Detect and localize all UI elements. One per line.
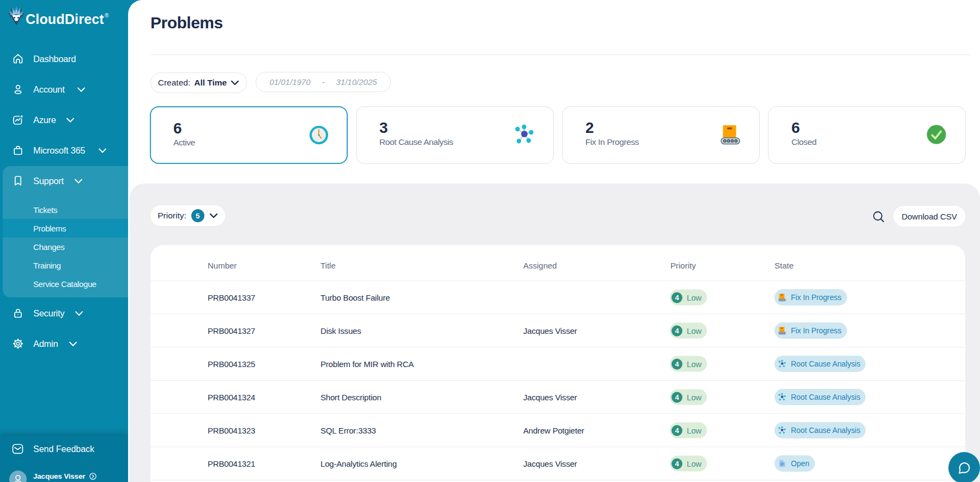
stat-card-active[interactable]: 6 Active bbox=[150, 106, 348, 164]
chevron-down-icon bbox=[98, 145, 107, 155]
created-filter-dropdown[interactable]: Created: All Time bbox=[150, 72, 247, 93]
table-header: Number Title Assigned Priority State bbox=[150, 245, 965, 280]
chevron-down-icon bbox=[77, 84, 86, 94]
brand-logo[interactable]: CloudDirect ® bbox=[8, 5, 108, 27]
cell-assigned: Jacques Visser bbox=[523, 447, 577, 480]
cell-number: PRB0041323 bbox=[208, 414, 255, 447]
sidebar-item-service-catalogue[interactable]: Service Catalogue bbox=[0, 274, 128, 293]
search-icon[interactable] bbox=[873, 211, 885, 223]
download-csv-label: Download CSV bbox=[902, 212, 957, 221]
sidebar-item-dashboard[interactable]: Dashboard bbox=[0, 48, 128, 70]
priority-badge: 4 Low bbox=[670, 423, 707, 438]
main-content: Problems Created: All Time 01/01/1970 - … bbox=[128, 0, 980, 482]
cell-title: Problem for MIR with RCA bbox=[320, 347, 414, 381]
table-row[interactable]: PRB0041324 Short Description Jacques Vis… bbox=[150, 380, 965, 413]
priority-level-badge: 4 bbox=[672, 292, 682, 303]
date-range-input[interactable]: 01/01/1970 - 31/10/2025 bbox=[256, 72, 391, 92]
state-badge: Root Cause Analysis bbox=[775, 389, 866, 405]
priority-badge: 4 Low bbox=[670, 456, 707, 472]
cell-title: SQL Error:3333 bbox=[320, 414, 376, 447]
priority-count-badge: 5 bbox=[191, 209, 204, 222]
cell-title: Short Description bbox=[320, 381, 382, 414]
stat-label: Active bbox=[173, 138, 195, 148]
chevron-right-circle-icon[interactable] bbox=[89, 472, 96, 479]
sidebar-item-label: Account bbox=[33, 84, 65, 95]
column-header-state[interactable]: State bbox=[775, 245, 794, 280]
bookmark-icon bbox=[13, 175, 23, 186]
user-icon bbox=[13, 84, 23, 95]
column-header-priority[interactable]: Priority bbox=[670, 245, 696, 280]
download-csv-button[interactable]: Download CSV bbox=[893, 206, 965, 227]
sidebar-item-azure[interactable]: Azure bbox=[0, 109, 128, 131]
priority-filter-label: Priority: bbox=[158, 211, 186, 221]
priority-label: Low bbox=[687, 293, 701, 302]
avatar[interactable] bbox=[9, 471, 27, 482]
lock-icon bbox=[13, 308, 23, 319]
sidebar-item-tickets[interactable]: Tickets bbox=[0, 200, 128, 219]
chat-button[interactable] bbox=[948, 452, 980, 482]
stat-label: Closed bbox=[791, 137, 816, 147]
stat-card-fix-in-progress[interactable]: 2 Fix In Progress bbox=[562, 106, 760, 164]
stat-value: 6 bbox=[173, 120, 182, 137]
cell-title: Turbo Boost Failure bbox=[320, 281, 390, 314]
sidebar-subitem-label: Problems bbox=[33, 224, 66, 233]
chevron-down-icon bbox=[209, 213, 218, 218]
table-row[interactable]: PRB0041321 Log-Analytics Alerting Jacque… bbox=[150, 447, 965, 480]
column-header-title[interactable]: Title bbox=[320, 245, 336, 280]
priority-level-badge: 4 bbox=[672, 358, 682, 369]
state-label: Root Cause Analysis bbox=[791, 393, 860, 401]
chevron-down-icon bbox=[74, 176, 83, 186]
chevron-down-icon bbox=[69, 339, 77, 349]
sidebar-item-account[interactable]: Account bbox=[0, 78, 128, 100]
sidebar-item-security[interactable]: Security bbox=[0, 302, 128, 324]
sidebar-item-problems[interactable]: Problems bbox=[0, 219, 128, 237]
cell-assigned: Jacques Visser bbox=[523, 381, 577, 414]
stat-cards: 6 Active 3 Root Cause Analysis bbox=[150, 106, 966, 164]
priority-label: Low bbox=[687, 359, 701, 369]
gear-icon bbox=[13, 338, 23, 349]
table-row[interactable]: PRB0041325 Problem for MIR with RCA 4 Lo… bbox=[150, 347, 965, 380]
cell-number: PRB0041337 bbox=[208, 281, 255, 314]
sidebar-subitem-label: Changes bbox=[33, 242, 64, 252]
stat-value: 3 bbox=[379, 119, 388, 137]
user-name[interactable]: Jacques Visser bbox=[33, 472, 85, 480]
hedgehog-icon bbox=[8, 5, 25, 26]
sidebar-subitem-label: Service Catalogue bbox=[33, 279, 96, 289]
table-row[interactable]: PRB0041323 SQL Error:3333 Andrew Potgiet… bbox=[150, 413, 965, 447]
sidebar-subitem-label: Training bbox=[33, 261, 61, 270]
cell-number: PRB0041327 bbox=[208, 314, 255, 347]
priority-level-badge: 4 bbox=[672, 392, 682, 402]
state-badge: Root Cause Analysis bbox=[775, 422, 866, 438]
problems-table: Number Title Assigned Priority State PRB… bbox=[150, 245, 965, 482]
sidebar-item-label: Admin bbox=[33, 339, 58, 349]
date-from: 01/01/1970 bbox=[269, 77, 310, 87]
mail-icon bbox=[12, 443, 23, 454]
column-header-assigned[interactable]: Assigned bbox=[523, 245, 557, 280]
priority-badge: 4 Low bbox=[670, 290, 707, 306]
priority-level-badge: 4 bbox=[672, 325, 682, 336]
date-to: 31/10/2025 bbox=[336, 77, 377, 87]
stat-card-root-cause-analysis[interactable]: 3 Root Cause Analysis bbox=[356, 106, 554, 164]
sidebar-item-changes[interactable]: Changes bbox=[0, 237, 128, 256]
stat-label: Fix In Progress bbox=[585, 137, 639, 147]
stat-value: 6 bbox=[791, 119, 800, 137]
priority-filter-dropdown[interactable]: Priority: 5 bbox=[150, 205, 225, 226]
column-header-number[interactable]: Number bbox=[208, 245, 237, 280]
priority-badge: 4 Low bbox=[670, 323, 707, 339]
state-badge: Fix In Progress bbox=[775, 289, 847, 306]
sidebar-item-support[interactable]: Support bbox=[0, 170, 128, 192]
stat-card-closed[interactable]: 6 Closed bbox=[768, 106, 966, 164]
sidebar-item-training[interactable]: Training bbox=[0, 256, 128, 274]
state-label: Root Cause Analysis bbox=[791, 359, 860, 368]
sidebar-item-microsoft365[interactable]: Microsoft 365 bbox=[0, 139, 128, 161]
sidebar-item-label: Microsoft 365 bbox=[33, 145, 85, 156]
conveyor-icon bbox=[778, 326, 787, 335]
send-feedback-button[interactable]: Send Feedback bbox=[0, 443, 128, 456]
table-row[interactable]: PRB0041337 Turbo Boost Failure 4 Low Fix… bbox=[150, 280, 965, 314]
priority-level-badge: 4 bbox=[672, 425, 682, 436]
sidebar-item-label: Security bbox=[33, 308, 64, 319]
table-row[interactable]: PRB0041327 Disk Issues Jacques Visser 4 … bbox=[150, 314, 965, 347]
cell-assigned: Jacques Visser bbox=[523, 314, 577, 347]
cell-number: PRB0041321 bbox=[208, 447, 255, 480]
sidebar-item-admin[interactable]: Admin bbox=[0, 333, 128, 355]
